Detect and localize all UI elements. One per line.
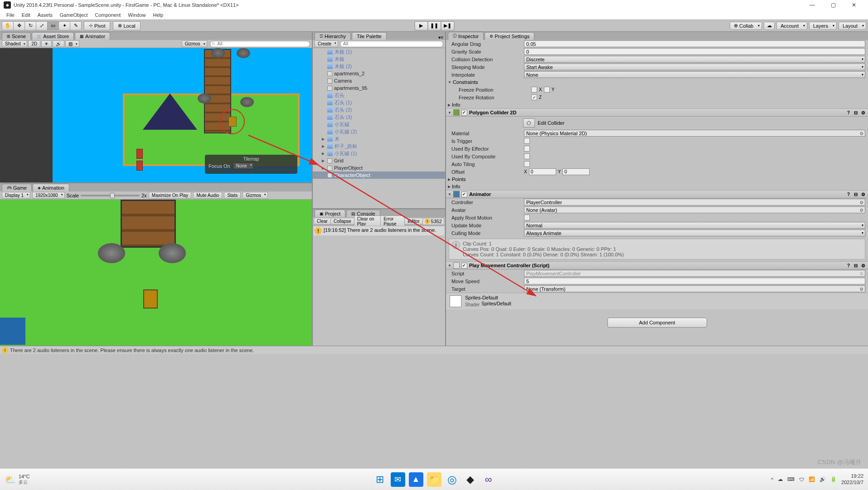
info-foldout[interactable]: ▶Info: [446, 101, 868, 108]
game-view[interactable]: [0, 200, 312, 346]
pivot-toggle[interactable]: ⊹ Pivot: [84, 21, 110, 30]
chevron-up-icon[interactable]: ^: [771, 477, 773, 482]
help-icon[interactable]: ?: [845, 191, 852, 197]
tab-tile-palette[interactable]: Tile Palette: [352, 32, 387, 40]
gizmos-dropdown[interactable]: Gizmos: [182, 40, 207, 47]
weather-widget[interactable]: ⛅ 14°C多云: [5, 474, 30, 485]
start-button[interactable]: ⊞: [373, 472, 387, 487]
panel-menu-icon[interactable]: ▾≡: [436, 35, 445, 40]
menu-assets[interactable]: Assets: [34, 11, 56, 19]
material-field[interactable]: None (Physics Material 2D): [524, 130, 865, 137]
tab-animation[interactable]: ◈Animation: [33, 184, 69, 191]
tab-scene[interactable]: ⊞Scene: [2, 32, 31, 40]
transform-tool[interactable]: ✦: [58, 21, 70, 30]
menu-window[interactable]: Window: [124, 11, 149, 19]
system-tray[interactable]: ^ ☁ ⌨ 🛡 📶 🔊 🔋 19:222022/10/7: [771, 473, 863, 485]
offset-x-field[interactable]: 0: [529, 168, 556, 175]
tab-project-settings[interactable]: ⚙Project Settings: [485, 32, 534, 40]
collab-dropdown[interactable]: ⊕ Collab: [730, 22, 762, 30]
account-dropdown[interactable]: Account: [776, 22, 807, 30]
used-by-composite-checkbox[interactable]: [524, 153, 530, 159]
collapse-button[interactable]: Collapse: [330, 218, 354, 225]
mute-audio[interactable]: Mute Audio: [193, 192, 222, 199]
culling-mode-select[interactable]: Always Animate: [524, 230, 865, 236]
menu-component[interactable]: Component: [91, 11, 124, 19]
create-button[interactable]: Create: [315, 40, 338, 47]
tab-animator[interactable]: ▦Animator: [75, 32, 110, 40]
maximize-on-play[interactable]: Maximize On Play: [149, 192, 192, 199]
tab-hierarchy[interactable]: ☰Hierarchy: [315, 32, 351, 40]
hierarchy-item[interactable]: ▶木: [313, 135, 445, 142]
hierarchy-item[interactable]: 石头 (2): [313, 106, 445, 113]
hierarchy-item[interactable]: 小瓦罐 (2): [313, 128, 445, 135]
points-foldout[interactable]: ▶Points: [446, 176, 868, 183]
preset-icon[interactable]: ⊟: [853, 191, 859, 197]
onedrive-icon[interactable]: ☁: [778, 476, 783, 482]
info-foldout-2[interactable]: ▶Info: [446, 183, 868, 190]
cloud-button[interactable]: ☁: [764, 22, 775, 30]
light-toggle[interactable]: ☀: [41, 40, 52, 47]
interpolate-select[interactable]: None: [524, 71, 865, 78]
pause-button[interactable]: ❚❚: [427, 21, 441, 30]
gear-icon[interactable]: ⚙: [860, 109, 866, 116]
editor-button[interactable]: Editor: [404, 218, 422, 225]
menu-help[interactable]: Help: [149, 11, 167, 19]
help-icon[interactable]: ?: [845, 109, 852, 116]
focus-on-select[interactable]: None: [233, 162, 254, 169]
hierarchy-search[interactable]: [340, 41, 443, 47]
script-component-header[interactable]: ▼✓Play Movement Controller (Script) ?⊟⚙: [446, 261, 868, 270]
stats-button[interactable]: Stats: [224, 192, 241, 199]
input-icon[interactable]: ⌨: [787, 476, 795, 482]
sound-toggle[interactable]: 🔊: [53, 40, 64, 47]
controller-field[interactable]: PlayerController: [524, 199, 865, 206]
shading-mode[interactable]: Shaded: [2, 40, 27, 47]
menu-file[interactable]: File: [3, 11, 18, 19]
hierarchy-item[interactable]: ▶PlayerObject: [313, 164, 445, 172]
battery-icon[interactable]: 🔋: [830, 476, 837, 482]
move-tool[interactable]: ✥: [13, 21, 25, 30]
layers-dropdown[interactable]: Layers: [809, 22, 837, 30]
wifi-icon[interactable]: 📶: [809, 476, 815, 482]
2d-toggle[interactable]: 2D: [28, 40, 40, 47]
unity-app-icon[interactable]: ◆: [463, 472, 478, 487]
tab-game[interactable]: 🎮Game: [2, 184, 32, 191]
display-select[interactable]: Display 1: [2, 192, 30, 199]
visual-studio-icon[interactable]: ∞: [481, 472, 496, 487]
rect-tool[interactable]: ▭: [47, 21, 59, 30]
hierarchy-item[interactable]: ▶杆子_路标: [313, 142, 445, 150]
shader-select[interactable]: Sprites/Default: [481, 301, 864, 308]
mail-app-icon[interactable]: ✉: [391, 472, 405, 487]
tab-asset-store[interactable]: 🛒Asset Store: [32, 32, 74, 40]
hierarchy-item[interactable]: 木板 (2): [313, 63, 445, 70]
offset-y-field[interactable]: 0: [563, 168, 590, 175]
gear-icon[interactable]: ⚙: [860, 262, 866, 269]
constraints-foldout[interactable]: ▼Constraints: [446, 78, 868, 86]
update-mode-select[interactable]: Normal: [524, 222, 865, 229]
hierarchy-item[interactable]: 石头: [313, 92, 445, 99]
sleeping-mode-select[interactable]: Start Awake: [524, 64, 865, 70]
gear-icon[interactable]: ⚙: [860, 191, 866, 197]
angular-drag-field[interactable]: 0.05: [524, 40, 865, 47]
auto-tiling-checkbox[interactable]: [524, 161, 530, 167]
resolution-select[interactable]: 1920x1080: [32, 192, 65, 199]
menu-gameobject[interactable]: GameObject: [56, 11, 92, 19]
explorer-app-icon[interactable]: 📁: [427, 472, 441, 487]
scene-view[interactable]: Tilemap Focus On None: [0, 48, 312, 182]
edit-collider-button[interactable]: ⬠: [523, 118, 535, 127]
scale-tool[interactable]: ⤢: [36, 21, 48, 30]
photos-app-icon[interactable]: ▲: [409, 472, 423, 487]
hierarchy-item[interactable]: ▶Grid: [313, 157, 445, 164]
clear-button[interactable]: Clear: [314, 218, 331, 225]
maximize-button[interactable]: ▢: [823, 0, 844, 10]
custom-tool[interactable]: ✎: [70, 21, 82, 30]
material-header[interactable]: Sprites-Default ShaderSprites/Default: [446, 293, 868, 309]
hierarchy-item[interactable]: 石头 (3): [313, 113, 445, 121]
preset-icon[interactable]: ⊟: [853, 262, 859, 269]
hierarchy-item[interactable]: Camera: [313, 77, 445, 84]
tab-project[interactable]: ▣Project: [315, 210, 345, 217]
security-icon[interactable]: 🛡: [799, 477, 804, 482]
step-button[interactable]: ▶❚: [441, 21, 454, 30]
apply-root-checkbox[interactable]: [524, 215, 530, 220]
hierarchy-item[interactable]: ▶小瓦罐 (1): [313, 150, 445, 157]
fx-toggle[interactable]: ▨: [65, 40, 79, 47]
